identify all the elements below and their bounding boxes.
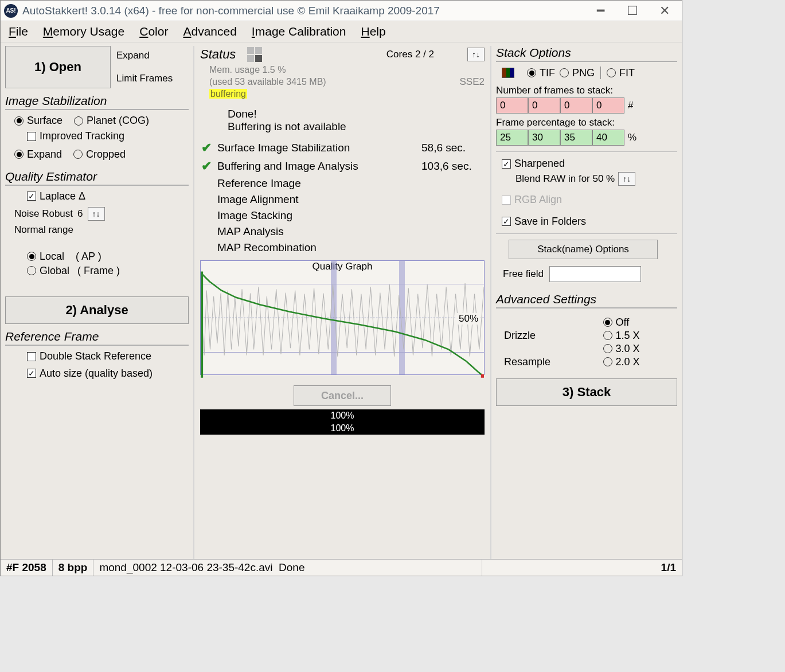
stack-button[interactable]: 3) Stack (496, 378, 677, 406)
statusbar: #F 2058 8 bpp mond_0002 12-03-06 23-35-4… (1, 559, 682, 576)
open-button[interactable]: 1) Open (5, 46, 111, 88)
resample-label: Resample (504, 356, 588, 368)
radio-tif[interactable]: TIF (527, 67, 555, 79)
radio-drizzle-off[interactable]: Off (603, 317, 678, 329)
menu-advanced[interactable]: Advanced (183, 25, 236, 38)
quality-title: Quality Estimator (5, 170, 189, 186)
window-title: AutoStakkert! 3.0.14 (x64) - free for no… (22, 5, 582, 17)
task-row: Image Alignment (200, 192, 485, 208)
task-name: MAP Analysis (217, 225, 417, 238)
progress-1: 100% (200, 409, 485, 422)
menu-memory[interactable]: Memory Usage (43, 25, 124, 38)
maximize-button[interactable]: ☐ (619, 3, 646, 18)
close-button[interactable]: ✕ (651, 3, 678, 18)
stack-options-title: Stack Options (496, 46, 677, 62)
task-row: ✔Buffering and Image Analysis103,6 sec. (200, 157, 485, 175)
pct-frame-1[interactable] (528, 130, 560, 146)
num-frame-0[interactable] (496, 97, 528, 114)
check-sharpened[interactable]: Sharpened (502, 158, 565, 170)
status-file: mond_0002 12-03-06 23-35-42c.avi Done (93, 560, 482, 576)
free-field-input[interactable] (549, 266, 641, 282)
status-bpp: 8 bpp (53, 560, 94, 576)
task-row: MAP Analysis (200, 224, 485, 240)
radio-drizzle-15[interactable]: 1.5 X (603, 330, 678, 342)
stackname-button[interactable]: Stack(name) Options (509, 240, 658, 259)
svg-rect-1 (481, 374, 484, 378)
num-frame-1[interactable] (528, 97, 560, 114)
app-icon: AS! (4, 4, 18, 18)
num-frames-inputs (496, 97, 624, 114)
reference-title: Reference Frame (5, 330, 189, 346)
radio-resample-20[interactable]: 2.0 X (603, 356, 678, 368)
quality-graph: Quality Graph 50% (200, 260, 485, 375)
task-row: Reference Image (200, 175, 485, 192)
task-row: MAP Recombination (200, 240, 485, 256)
radio-drizzle-30[interactable]: 3.0 X (603, 343, 678, 355)
task-name: MAP Recombination (217, 241, 417, 254)
menubar: File Memory Usage Color Advanced Image C… (1, 21, 682, 42)
cores-icon (247, 47, 262, 62)
menu-image-cal[interactable]: Image Calibration (252, 25, 346, 38)
check-icon: ✔ (200, 159, 213, 174)
menu-file[interactable]: File (9, 25, 28, 38)
blend-spinner[interactable]: ↑↓ (618, 172, 635, 186)
noise-robust-value: 6 (77, 208, 83, 220)
noise-robust-label: Noise Robust (14, 208, 73, 220)
pct-frames-label: Frame percentage to stack: (496, 117, 677, 128)
menu-color[interactable]: Color (139, 25, 168, 38)
cores-label: Cores 2 / 2 (386, 49, 434, 60)
radio-expand[interactable]: Expand (14, 149, 62, 161)
cores-spinner[interactable]: ↑↓ (467, 48, 485, 61)
num-frame-2[interactable] (560, 97, 592, 114)
pct-frames-inputs (496, 130, 624, 146)
check-auto-size[interactable]: Auto size (quality based) (27, 368, 153, 380)
main-window: AS! AutoStakkert! 3.0.14 (x64) - free fo… (0, 0, 682, 576)
left-panel: 1) Open Expand Limit Frames Image Stabil… (5, 46, 189, 559)
task-time: 103,6 sec. (421, 160, 485, 173)
radio-png[interactable]: PNG (560, 67, 595, 79)
check-double-stack[interactable]: Double Stack Reference (27, 350, 151, 362)
radio-fit[interactable]: FIT (607, 67, 635, 79)
radio-cropped[interactable]: Cropped (73, 149, 126, 161)
radio-surface[interactable]: Surface (14, 115, 63, 127)
blend-label: Blend RAW in for 50 % (515, 173, 615, 185)
num-frame-3[interactable] (592, 97, 624, 114)
task-row: Image Stacking (200, 208, 485, 224)
noise-robust-spinner[interactable]: ↑↓ (88, 207, 105, 221)
menu-help[interactable]: Help (361, 25, 385, 38)
check-rgb-align[interactable]: RGB Align (502, 194, 562, 206)
free-field-label: Free field (503, 268, 544, 280)
task-row: ✔Surface Image Stabilization58,6 sec. (200, 139, 485, 157)
radio-planet[interactable]: Planet (COG) (74, 115, 149, 127)
expand-link[interactable]: Expand (116, 50, 173, 61)
sse-label: SSE2 (460, 76, 485, 88)
status-header: Status Cores 2 / 2 ↑↓ (200, 47, 485, 62)
radio-global[interactable]: Global ( Frame ) (27, 265, 120, 277)
task-name: Surface Image Stabilization (217, 142, 417, 154)
task-name: Buffering and Image Analysis (217, 160, 417, 173)
cancel-button[interactable]: Cancel... (294, 385, 391, 406)
check-save-folders[interactable]: Save in Folders (502, 216, 586, 228)
progress-2: 100% (200, 422, 485, 435)
check-improved-tracking[interactable]: Improved Tracking (27, 130, 124, 142)
task-time: 58,6 sec. (421, 142, 485, 154)
buffering-label: buffering (209, 89, 247, 99)
mem-line1: Mem. usage 1.5 % (209, 64, 485, 76)
pct-frame-3[interactable] (592, 130, 624, 146)
task-name: Reference Image (217, 177, 417, 190)
titlebar: AS! AutoStakkert! 3.0.14 (x64) - free fo… (1, 1, 682, 21)
pct-frame-2[interactable] (560, 130, 592, 146)
check-laplace[interactable]: Laplace Δ (27, 190, 85, 202)
open-row: 1) Open Expand Limit Frames (5, 46, 189, 88)
drizzle-label: Drizzle (504, 330, 588, 342)
task-name: Image Stacking (217, 209, 417, 222)
status-frames: #F 2058 (1, 560, 53, 576)
pct-frame-0[interactable] (496, 130, 528, 146)
svg-rect-0 (201, 272, 203, 378)
radio-local[interactable]: Local ( AP ) (27, 251, 101, 263)
not-available-label: Buffering is not available (228, 120, 485, 133)
num-frames-label: Number of frames to stack: (496, 85, 677, 96)
analyse-button[interactable]: 2) Analyse (5, 296, 189, 324)
minimize-button[interactable]: ━ (587, 3, 614, 18)
limit-frames-link[interactable]: Limit Frames (116, 73, 173, 84)
